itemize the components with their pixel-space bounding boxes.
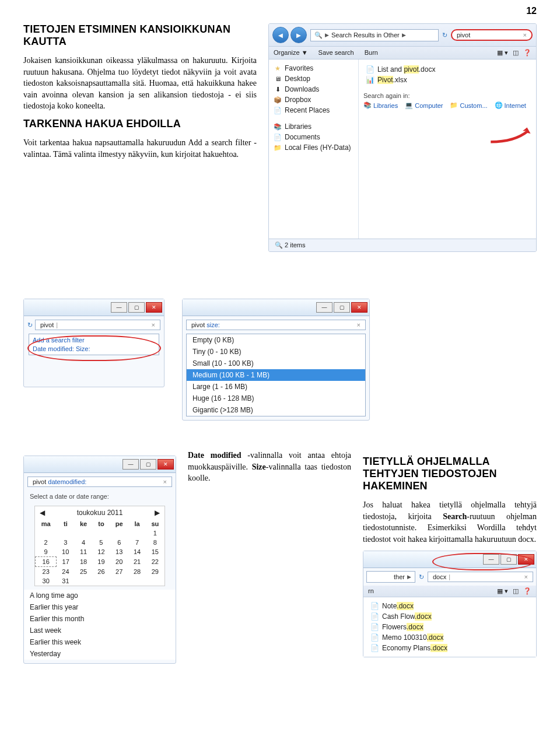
maximize-button[interactable]: ▢ (140, 459, 156, 470)
prev-month-button[interactable]: ◀ (40, 509, 45, 517)
search-box[interactable]: docx| × (428, 572, 533, 582)
nav-recent[interactable]: 📄Recent Places (271, 105, 356, 115)
date-range-option[interactable]: Earlier this year (24, 601, 176, 613)
search-link-internet[interactable]: 🌐Internet (495, 101, 526, 109)
date-range-option[interactable]: A long time ago (24, 590, 176, 601)
date-select-label: Select a date or date range: (24, 491, 176, 502)
size-option[interactable]: Huge (16 - 128 MB) (187, 393, 365, 404)
forward-button[interactable]: ► (290, 27, 307, 43)
explorer-screenshot-1: ◄ ► 🔍 ▶ Search Results in Other ▶ ↻ pivo… (268, 23, 537, 252)
search-link-computer[interactable]: 💻Computer (405, 101, 443, 109)
size-option[interactable]: Large (1 - 16 MB) (187, 381, 365, 393)
preview-pane-icon[interactable]: ◫ (513, 587, 519, 595)
libraries-icon: 📚 (274, 122, 282, 131)
view-icon[interactable]: ▦ ▾ (497, 587, 508, 595)
search-link-custom[interactable]: 📁Custom... (450, 101, 487, 109)
refresh-icon[interactable]: ↻ (27, 321, 33, 329)
refresh-icon[interactable]: ↻ (442, 31, 447, 39)
search-box[interactable]: pivot| × (35, 320, 160, 330)
section-heading-1: TIETOJEN ETSIMINEN KANSIOIKKUNAN KAUTTA (23, 23, 257, 48)
search-icon: 🔍 (314, 31, 323, 39)
search-box-highlighted[interactable]: pivot × (451, 29, 533, 41)
nav-local-files[interactable]: 📁Local Files (HY-Data) (271, 142, 356, 153)
toolbar-burn[interactable]: Burn (365, 49, 378, 57)
file-item[interactable]: 📄 List and pivot.docx (363, 64, 531, 75)
toolbar-save-search[interactable]: Save search (318, 49, 354, 57)
file-item[interactable]: 📄Flowers.docx (368, 622, 531, 632)
nav-libraries[interactable]: 📚Libraries (271, 121, 356, 132)
address-bar[interactable]: 🔍 ▶ Search Results in Other ▶ (310, 29, 439, 41)
word-icon: 📄 (370, 644, 379, 652)
clear-icon[interactable]: × (523, 31, 527, 38)
navigation-pane: ★Favorites 🖥Desktop ⬇Downloads 📦Dropbox … (269, 59, 359, 250)
nav-desktop[interactable]: 🖥Desktop (271, 73, 356, 84)
calendar[interactable]: matiketopelasu 1 2345678 9101112131415 1… (35, 519, 164, 586)
date-range-option[interactable]: Earlier this week (24, 636, 176, 648)
minimize-button[interactable]: — (123, 459, 139, 470)
date-range-option[interactable]: Earlier this month (24, 613, 176, 625)
help-icon[interactable]: ❓ (523, 587, 531, 595)
section-para-2: Voit tarkentaa hakua napsauttamalla haku… (23, 137, 257, 160)
computer-icon: 💻 (405, 101, 413, 109)
section-para-3: Date modified -valinnalla voit antaa eht… (188, 450, 351, 484)
search-box[interactable]: pivot datemodified: × (27, 477, 172, 487)
minimize-button[interactable]: — (483, 554, 499, 565)
size-option-selected[interactable]: Medium (100 KB - 1 MB) (187, 369, 365, 381)
chevron-right-icon: ▶ (402, 32, 406, 38)
size-option[interactable]: Tiny (0 - 10 KB) (187, 346, 365, 358)
next-month-button[interactable]: ▶ (155, 509, 160, 517)
clear-icon[interactable]: × (163, 478, 167, 485)
clear-icon[interactable]: × (357, 321, 360, 328)
view-icon[interactable]: ▦ ▾ (497, 49, 508, 57)
nav-favorites[interactable]: ★Favorites (271, 63, 356, 73)
size-option[interactable]: Gigantic (>128 MB) (187, 404, 365, 416)
filter-options[interactable]: Date modified: Size: (33, 345, 155, 352)
search-again-label: Search again in: (363, 92, 531, 99)
minimize-button[interactable]: — (111, 302, 127, 313)
word-icon: 📄 (366, 65, 374, 73)
search-link-libraries[interactable]: 📚Libraries (363, 101, 398, 109)
search-value: pivot (457, 31, 470, 38)
refresh-icon[interactable]: ↻ (419, 573, 424, 581)
clear-icon[interactable]: × (152, 321, 155, 328)
file-list-pane: 📄 List and pivot.docx 📊 Pivot.xlsx Searc… (359, 59, 536, 250)
minimize-button[interactable]: — (316, 302, 332, 313)
add-filter-label: Add a search filter (33, 337, 155, 344)
back-button[interactable]: ◄ (272, 27, 289, 43)
help-icon[interactable]: ❓ (523, 49, 531, 57)
size-option[interactable]: Small (10 - 100 KB) (187, 358, 365, 369)
close-button[interactable]: ✕ (158, 459, 174, 470)
file-item[interactable]: 📄Note.docx (368, 601, 531, 611)
file-item[interactable]: 📄Economy Plans.docx (368, 643, 531, 653)
clear-icon[interactable]: × (524, 573, 528, 580)
maximize-button[interactable]: ▢ (501, 554, 517, 565)
maximize-button[interactable]: ▢ (334, 302, 350, 313)
search-box[interactable]: pivot size: × (186, 320, 366, 330)
maximize-button[interactable]: ▢ (128, 302, 145, 313)
dropbox-icon: 📦 (274, 96, 282, 104)
close-button[interactable]: ✕ (518, 554, 534, 565)
nav-documents[interactable]: 📄Documents (271, 132, 356, 142)
section-heading-2: TARKENNA HAKUA EHDOILLA (23, 118, 257, 130)
section-heading-4: TIETYLLÄ OHJELMALLA TEHTYJEN TIEDOSTOJEN… (363, 456, 537, 492)
size-filter-screenshot: — ▢ ✕ pivot size: × Empty (0 KB) Tiny (0… (182, 299, 370, 421)
nav-dropbox[interactable]: 📦Dropbox (271, 94, 356, 105)
close-button[interactable]: ✕ (146, 302, 162, 313)
file-item[interactable]: 📊 Pivot.xlsx (363, 75, 531, 85)
size-option[interactable]: Empty (0 KB) (187, 334, 365, 346)
status-bar: 🔍 2 items (269, 239, 536, 251)
address-bar-fragment[interactable]: ther ▶ (366, 571, 415, 583)
word-icon: 📄 (370, 612, 379, 621)
nav-downloads[interactable]: ⬇Downloads (271, 84, 356, 94)
date-range-option[interactable]: Yesterday (24, 648, 176, 660)
toolbar: Organize ▼ Save search Burn ▦ ▾ ◫ ❓ (269, 47, 536, 59)
file-item[interactable]: 📄Memo 100310.docx (368, 632, 531, 643)
date-range-option[interactable]: Last week (24, 625, 176, 636)
section-para-4: Jos haluat hakea tietyllä ohjelmalla teh… (363, 499, 537, 545)
folder-icon: 📁 (274, 143, 282, 152)
file-item[interactable]: 📄Cash Flow.docx (368, 611, 531, 622)
toolbar-organize[interactable]: Organize ▼ (274, 49, 308, 57)
preview-pane-icon[interactable]: ◫ (513, 49, 519, 57)
star-icon: ★ (274, 64, 282, 72)
close-button[interactable]: ✕ (351, 302, 368, 313)
